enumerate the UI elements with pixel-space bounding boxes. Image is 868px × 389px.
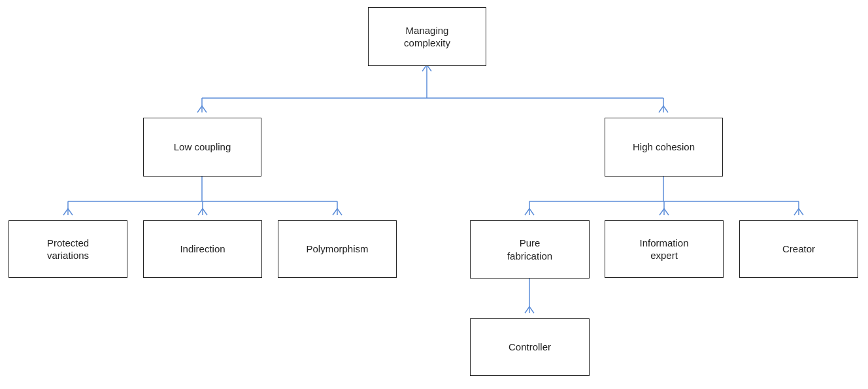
controller-node: Controller [470,318,590,376]
protected-variations-node: Protected variations [8,220,127,278]
low-coupling-node: Low coupling [143,118,261,177]
diagram: Managing complexity Low coupling High co… [0,0,868,389]
high-cohesion-node: High cohesion [605,118,723,177]
pure-fabrication-node: Pure fabrication [470,220,590,279]
information-expert-node: Information expert [605,220,724,278]
indirection-node: Indirection [143,220,262,278]
managing-complexity-node: Managing complexity [368,7,486,66]
polymorphism-node: Polymorphism [278,220,397,278]
creator-node: Creator [739,220,858,278]
